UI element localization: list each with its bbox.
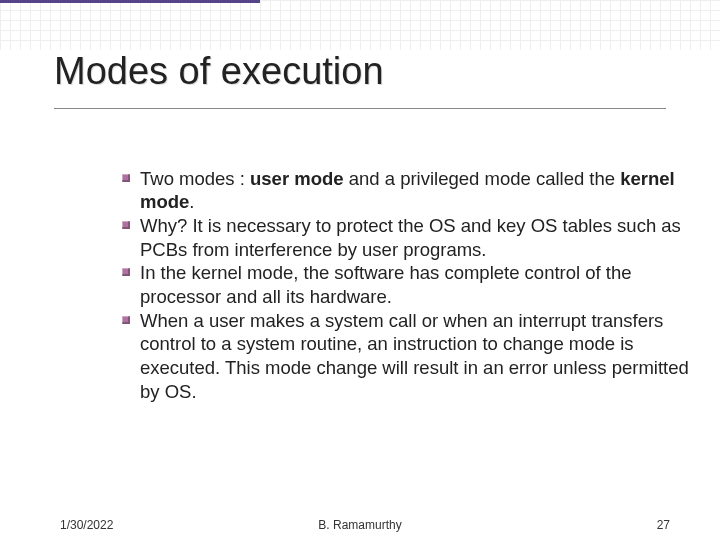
title-underline xyxy=(54,108,666,109)
footer-author: B. Ramamurthy xyxy=(0,518,720,532)
bullet-text: Two modes : xyxy=(140,168,250,189)
bullet-text: In the kernel mode, the software has com… xyxy=(140,262,632,307)
bullet-text: When a user makes a system call or when … xyxy=(140,310,689,402)
bullet-text: and a privileged mode called the xyxy=(344,168,621,189)
bullet-list: Two modes : user mode and a privileged m… xyxy=(82,167,706,404)
bullet-text: . xyxy=(189,191,194,212)
decorative-grid xyxy=(0,0,720,50)
decorative-top-line xyxy=(0,0,260,3)
list-item: Two modes : user mode and a privileged m… xyxy=(140,167,706,214)
bold-text: user mode xyxy=(250,168,344,189)
bullet-text: Why? It is necessary to protect the OS a… xyxy=(140,215,681,260)
list-item: In the kernel mode, the software has com… xyxy=(140,261,706,308)
list-item: Why? It is necessary to protect the OS a… xyxy=(140,214,706,261)
list-item: When a user makes a system call or when … xyxy=(140,309,706,404)
slide-title: Modes of execution xyxy=(54,50,384,93)
footer-page-number: 27 xyxy=(657,518,670,532)
